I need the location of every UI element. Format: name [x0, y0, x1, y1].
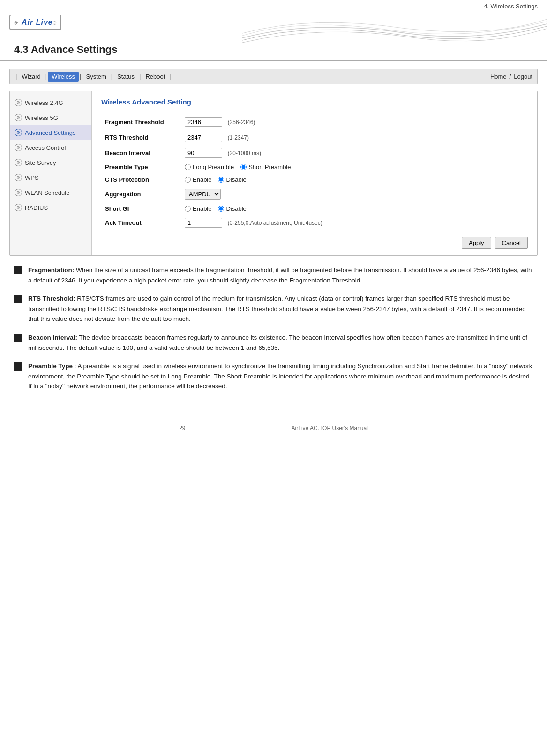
gear-icon-wlan-schedule: ⚙ [15, 189, 22, 196]
sidebar-item-wlan-schedule[interactable]: ⚙ WLAN Schedule [10, 185, 91, 200]
gear-icon-advanced: ⚙ [15, 129, 22, 136]
header-decoration [219, 10, 547, 47]
page-footer: 29 AirLive AC.TOP User's Manual [0, 419, 547, 437]
nav-status[interactable]: Status [113, 72, 138, 82]
label-beacon-interval: Beacon Interval [101, 145, 181, 161]
sidebar-item-wps[interactable]: ⚙ WPS [10, 170, 91, 185]
radio-short-gi-enable[interactable]: Enable [185, 205, 211, 212]
radio-long-preamble[interactable]: Long Preamble [185, 163, 234, 170]
sidebar-label-wps: WPS [25, 174, 39, 181]
radio-label-cts-enable: Enable [193, 176, 211, 183]
field-fragment-threshold: Fragment Threshold (256-2346) [101, 114, 528, 130]
sidebar-item-radius[interactable]: ⚙ RADIUS [10, 200, 91, 215]
radio-input-long-preamble[interactable] [185, 164, 191, 170]
bullet-preamble [14, 362, 22, 371]
sidebar-label-wlan-schedule: WLAN Schedule [25, 189, 69, 196]
field-ack-timeout: Ack Timeout (0-255,0:Auto adjustment, Un… [101, 215, 528, 230]
hint-beacon-interval: (20-1000 ms) [228, 150, 261, 156]
desc-body-preamble: : A preamble is a signal used in wireles… [28, 363, 532, 390]
desc-text-rts: RTS Threshold: RTS/CTS frames are used t… [28, 294, 533, 324]
gear-icon-wps: ⚙ [15, 174, 22, 181]
sidebar-label-site-survey: Site Survey [25, 159, 56, 166]
desc-body-fragmentation: When the size of a unicast frame exceeds… [28, 267, 532, 284]
apply-button[interactable]: Apply [462, 237, 491, 249]
desc-text-beacon: Beacon Interval: The device broadcasts b… [28, 333, 533, 353]
label-short-gi: Short GI [101, 202, 181, 215]
select-aggregation[interactable]: AMPDU [185, 189, 221, 200]
sidebar-item-advanced-settings[interactable]: ⚙ Advanced Settings [10, 125, 91, 140]
label-preamble-type: Preamble Type [101, 161, 181, 173]
logo: ✈ Air Live® [9, 15, 61, 30]
sidebar-item-wireless-5g[interactable]: ⚙ Wireless 5G [10, 110, 91, 125]
desc-body-rts: RTS/CTS frames are used to gain control … [28, 295, 526, 322]
label-aggregation: Aggregation [101, 186, 181, 202]
nav-wireless[interactable]: Wireless [48, 72, 79, 82]
radio-input-short-gi-disable[interactable] [218, 206, 224, 212]
radio-input-short-gi-enable[interactable] [185, 206, 191, 212]
sidebar-label-advanced-settings: Advanced Settings [25, 129, 75, 136]
field-cts-protection: CTS Protection Enable Disable [101, 173, 528, 186]
sidebar-label-wireless-5g: Wireless 5G [25, 114, 58, 121]
field-short-gi: Short GI Enable Disable [101, 202, 528, 215]
field-aggregation: Aggregation AMPDU [101, 186, 528, 202]
field-preamble-type: Preamble Type Long Preamble Short Preamb… [101, 161, 528, 173]
radio-label-short-gi-disable: Disable [226, 205, 246, 212]
radio-input-short-preamble[interactable] [240, 164, 247, 170]
cancel-button[interactable]: Cancel [495, 237, 528, 249]
nav-reboot[interactable]: Reboot [142, 72, 169, 82]
input-fragment-threshold[interactable] [185, 117, 222, 127]
input-cell-beacon-interval: (20-1000 ms) [181, 145, 528, 161]
radio-cell-preamble-type: Long Preamble Short Preamble [181, 161, 528, 173]
nav-home-link[interactable]: Home [490, 73, 507, 80]
nav-logout-link[interactable]: Logout [514, 73, 532, 80]
radio-short-preamble[interactable]: Short Preamble [240, 163, 291, 170]
radio-label-short-gi-enable: Enable [193, 205, 211, 212]
sidebar-label-access-control: Access Control [25, 144, 66, 151]
gear-icon-access: ⚙ [15, 144, 22, 151]
desc-term-rts: RTS Threshold: [28, 295, 75, 302]
input-rts-threshold[interactable] [185, 133, 222, 142]
gear-icon-24g: ⚙ [15, 99, 22, 106]
nav-wizard[interactable]: Wizard [18, 72, 44, 82]
radio-cts-disable[interactable]: Disable [218, 176, 246, 183]
radio-input-cts-disable[interactable] [218, 177, 224, 183]
radio-short-gi-disable[interactable]: Disable [218, 205, 246, 212]
bullet-rts [14, 295, 22, 303]
desc-term-preamble: Preamble Type [28, 363, 73, 370]
input-beacon-interval[interactable] [185, 148, 222, 158]
label-fragment-threshold: Fragment Threshold [101, 114, 181, 130]
desc-item-fragmentation: Fragmentation: When the size of a unicas… [14, 265, 533, 285]
sidebar-label-wireless-24g: Wireless 2.4G [25, 99, 63, 106]
radio-cell-cts-protection: Enable Disable [181, 173, 528, 186]
hint-rts-threshold: (1-2347) [228, 134, 249, 141]
footer-page-number: 29 [179, 425, 185, 431]
hint-ack-timeout: (0-255,0:Auto adjustment, Unit:4usec) [228, 220, 322, 226]
radio-label-cts-disable: Disable [226, 176, 246, 183]
sidebar: ⚙ Wireless 2.4G ⚙ Wireless 5G ⚙ Advanced… [10, 91, 92, 255]
radio-cell-short-gi: Enable Disable [181, 202, 528, 215]
input-ack-timeout[interactable] [185, 218, 222, 228]
footer-manual-name: AirLive AC.TOP User's Manual [292, 425, 368, 431]
desc-item-beacon: Beacon Interval: The device broadcasts b… [14, 333, 533, 353]
label-ack-timeout: Ack Timeout [101, 215, 181, 230]
nav-right: Home / Logout [490, 73, 532, 80]
radio-cts-enable[interactable]: Enable [185, 176, 211, 183]
content-area: Wireless Advanced Setting Fragment Thres… [92, 91, 537, 255]
label-rts-threshold: RTS Threshold [101, 130, 181, 145]
sidebar-item-access-control[interactable]: ⚙ Access Control [10, 140, 91, 155]
desc-item-rts: RTS Threshold: RTS/CTS frames are used t… [14, 294, 533, 324]
field-beacon-interval: Beacon Interval (20-1000 ms) [101, 145, 528, 161]
gear-icon-5g: ⚙ [15, 114, 22, 121]
radio-input-cts-enable[interactable] [185, 177, 191, 183]
sidebar-item-site-survey[interactable]: ⚙ Site Survey [10, 155, 91, 170]
gear-icon-radius: ⚙ [15, 204, 22, 211]
page-header: ✈ Air Live® [0, 10, 547, 35]
input-cell-ack-timeout: (0-255,0:Auto adjustment, Unit:4usec) [181, 215, 528, 230]
radio-group-cts: Enable Disable [185, 176, 524, 183]
bullet-beacon [14, 334, 22, 342]
radio-group-short-gi: Enable Disable [185, 205, 524, 212]
bullet-fragmentation [14, 266, 22, 274]
input-cell-fragment-threshold: (256-2346) [181, 114, 528, 130]
nav-system[interactable]: System [82, 72, 110, 82]
sidebar-item-wireless-24g[interactable]: ⚙ Wireless 2.4G [10, 95, 91, 110]
